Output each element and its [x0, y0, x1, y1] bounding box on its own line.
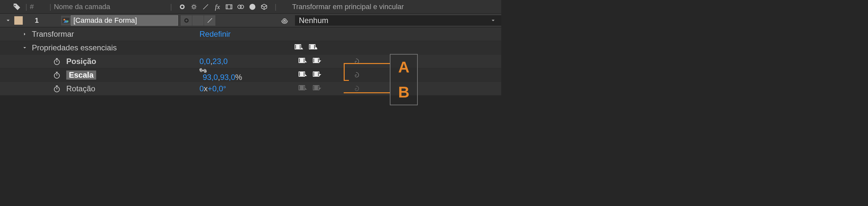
svg-rect-16: [299, 58, 300, 62]
separator: |: [50, 3, 51, 11]
chevron-down-icon: [490, 18, 496, 23]
column-header-parent: Transformar em principal e vincular: [292, 3, 404, 11]
twirl-open-icon[interactable]: [5, 18, 12, 23]
fx-icon: fx: [213, 2, 222, 11]
svg-rect-25: [299, 72, 300, 76]
column-header-row: | # | Nome da camada | fx | Transformar …: [0, 0, 501, 13]
layer-color-chip[interactable]: [14, 16, 23, 25]
svg-rect-28: [313, 72, 314, 76]
eg-pull-push-group: [294, 43, 319, 52]
eg-pull-icon[interactable]: [298, 57, 309, 66]
motion-blur-switch[interactable]: [239, 15, 251, 26]
shy-switch[interactable]: [181, 15, 192, 26]
callout-line: [344, 92, 390, 93]
reset-link[interactable]: Redefinir: [199, 30, 230, 39]
property-row-scale[interactable]: Escala 93,0,93,0%: [0, 68, 501, 82]
layer-row[interactable]: 1 [Camada de Forma] Nenhum: [0, 13, 501, 27]
scale-value[interactable]: 93,0,93,0%: [199, 68, 242, 82]
column-header-number: #: [30, 3, 34, 11]
expression-pickwhip-icon[interactable]: [351, 70, 361, 80]
frame-blend-switch[interactable]: [227, 15, 239, 26]
svg-rect-17: [304, 58, 304, 62]
separator: |: [170, 3, 172, 11]
eg-push-icon[interactable]: [312, 57, 323, 66]
svg-rect-9: [295, 45, 296, 49]
eg-push-icon[interactable]: [308, 43, 319, 52]
parent-dropdown[interactable]: Nenhum: [295, 15, 501, 26]
callout-line: [344, 63, 390, 64]
eg-pull-icon[interactable]: [298, 85, 309, 93]
column-header-layer-name: Nome da camada: [54, 3, 167, 11]
svg-rect-1: [226, 4, 232, 9]
layer-name[interactable]: [Camada de Forma]: [71, 15, 178, 26]
property-row-rotation[interactable]: Rotação 0x+0,0°: [0, 82, 501, 95]
svg-point-0: [193, 5, 195, 8]
svg-rect-20: [318, 58, 319, 62]
svg-point-5: [63, 19, 65, 20]
eg-pull-push-scale: [298, 71, 323, 79]
adjustment-icon: [248, 2, 257, 11]
collapse-icon: [189, 2, 198, 11]
eg-push-icon[interactable]: [312, 85, 323, 93]
three-d-switch[interactable]: [262, 15, 274, 26]
eg-pull-icon[interactable]: [298, 71, 309, 79]
stopwatch-icon[interactable]: [52, 57, 62, 66]
property-group-transform[interactable]: Transformar Redefinir: [0, 27, 501, 41]
eg-pull-push-position: [298, 57, 323, 66]
transform-label: Transformar: [32, 30, 74, 39]
collapse-switch[interactable]: [192, 15, 204, 26]
position-label: Posição: [66, 57, 96, 66]
svg-rect-13: [314, 45, 315, 49]
frame-blend-icon: [224, 2, 234, 11]
scale-label: Escala: [66, 70, 96, 80]
eg-push-icon[interactable]: [312, 71, 323, 79]
three-d-icon: [259, 2, 269, 11]
stopwatch-icon[interactable]: [52, 84, 62, 94]
separator: |: [275, 3, 276, 11]
property-group-essential[interactable]: Propriedades essenciais: [0, 41, 501, 55]
motion-blur-icon: [236, 2, 245, 11]
quality-icon: [201, 2, 210, 11]
switches-header: fx: [178, 2, 269, 11]
eg-pull-push-rotation: [298, 85, 323, 93]
svg-rect-36: [318, 86, 319, 90]
layer-type-badge: [61, 16, 71, 25]
fx-switch[interactable]: [216, 15, 227, 26]
property-row-position[interactable]: Posição 0,0,23,0: [0, 55, 501, 68]
parent-value: Nenhum: [299, 16, 329, 25]
eg-pull-icon[interactable]: [294, 43, 305, 52]
separator: |: [25, 3, 27, 11]
layer-number: 1: [32, 16, 41, 25]
svg-rect-10: [300, 45, 301, 49]
callout-bracket: [344, 63, 345, 81]
svg-rect-19: [313, 58, 314, 62]
svg-rect-33: [304, 86, 304, 90]
quality-switch[interactable]: [204, 15, 216, 26]
expression-pickwhip-icon[interactable]: [351, 57, 361, 66]
expression-pickwhip-icon[interactable]: [351, 84, 361, 93]
tag-icon: [13, 3, 23, 11]
twirl-open-icon[interactable]: [22, 45, 29, 50]
shy-icon: [178, 2, 187, 11]
layer-switches: [181, 15, 274, 26]
svg-rect-12: [310, 45, 310, 49]
constrain-proportions-icon[interactable]: [199, 68, 242, 73]
svg-rect-29: [318, 72, 319, 76]
stopwatch-icon[interactable]: [52, 70, 62, 80]
svg-rect-32: [299, 86, 300, 90]
svg-rect-26: [304, 72, 304, 76]
svg-rect-35: [313, 86, 314, 90]
rotation-label: Rotação: [66, 84, 95, 93]
adjustment-switch[interactable]: [251, 15, 262, 26]
pickwhip-icon[interactable]: [277, 15, 292, 26]
svg-point-3: [240, 5, 244, 8]
twirl-closed-icon[interactable]: [22, 31, 29, 37]
callout-line: [344, 80, 349, 81]
essential-label: Propriedades essenciais: [32, 43, 117, 52]
position-value[interactable]: 0,0,23,0: [199, 57, 228, 66]
rotation-value[interactable]: 0x+0,0°: [199, 84, 226, 93]
